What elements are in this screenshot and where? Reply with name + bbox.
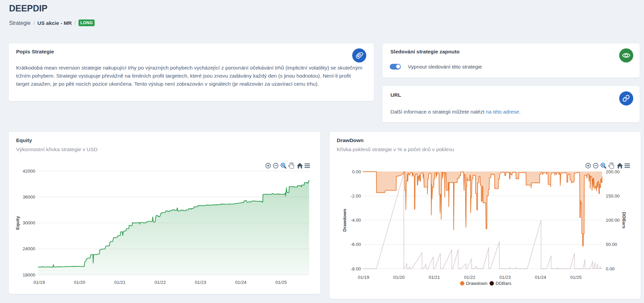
svg-text:150.00: 150.00 [606, 193, 620, 199]
svg-text:-8.00: -8.00 [351, 266, 361, 271]
svg-text:01/24: 01/24 [235, 280, 247, 285]
svg-text:Equity: Equity [15, 216, 20, 230]
svg-text:01/23: 01/23 [499, 275, 511, 280]
svg-text:Drawdown: Drawdown [342, 209, 347, 231]
svg-text:42000: 42000 [22, 169, 35, 174]
svg-text:-4.00: -4.00 [351, 218, 361, 223]
svg-text:-6.00: -6.00 [351, 242, 361, 247]
svg-text:01/24: 01/24 [535, 275, 546, 280]
svg-text:01/21: 01/21 [429, 275, 440, 280]
svg-text:DDBars: DDBars [622, 212, 627, 229]
svg-text:01/19: 01/19 [34, 280, 45, 285]
svg-text:30000: 30000 [22, 220, 35, 225]
svg-text:01/22: 01/22 [464, 275, 476, 280]
svg-text:01/20: 01/20 [393, 275, 405, 280]
svg-text:Drawdown: Drawdown [466, 281, 488, 286]
svg-text:01/23: 01/23 [195, 280, 206, 285]
svg-text:36000: 36000 [22, 194, 35, 200]
svg-text:DDBars: DDBars [496, 281, 512, 286]
svg-text:01/25: 01/25 [275, 280, 287, 285]
svg-text:01/25: 01/25 [570, 275, 582, 280]
svg-text:01/19: 01/19 [358, 275, 369, 280]
svg-text:24000: 24000 [22, 246, 35, 251]
svg-text:200.00: 200.00 [606, 169, 620, 174]
svg-text:01/22: 01/22 [155, 280, 166, 285]
svg-text:-2.00: -2.00 [351, 193, 361, 199]
svg-text:100.00: 100.00 [606, 218, 620, 223]
svg-text:01/21: 01/21 [114, 280, 126, 285]
svg-text:0.00: 0.00 [606, 266, 614, 271]
svg-text:0.00: 0.00 [352, 169, 361, 174]
svg-text:50.00: 50.00 [606, 242, 617, 247]
svg-text:01/20: 01/20 [74, 280, 85, 285]
svg-text:18000: 18000 [22, 272, 35, 277]
